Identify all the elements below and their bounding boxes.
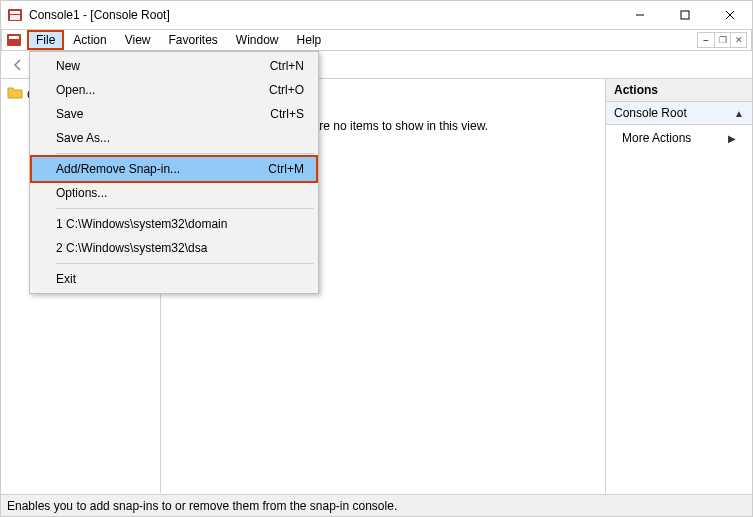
mdi-controls: ‒ ❐ ✕ bbox=[697, 32, 747, 48]
submenu-arrow-icon: ▶ bbox=[728, 133, 736, 144]
file-menu-new[interactable]: New Ctrl+N bbox=[32, 54, 316, 78]
status-bar: Enables you to add snap-ins to or remove… bbox=[1, 494, 752, 516]
actions-node-label: Console Root bbox=[614, 106, 687, 120]
menu-label: Open... bbox=[56, 83, 95, 97]
menu-shortcut: Ctrl+N bbox=[270, 59, 304, 73]
menu-separator bbox=[56, 263, 314, 264]
file-menu-add-remove-snapin[interactable]: Add/Remove Snap-in... Ctrl+M bbox=[32, 157, 316, 181]
menu-label: Save As... bbox=[56, 131, 110, 145]
menu-separator bbox=[56, 153, 314, 154]
svg-rect-7 bbox=[7, 34, 21, 46]
back-button[interactable] bbox=[7, 54, 29, 76]
svg-rect-2 bbox=[10, 15, 20, 20]
file-menu-open[interactable]: Open... Ctrl+O bbox=[32, 78, 316, 102]
file-menu-recent-2[interactable]: 2 C:\Windows\system32\dsa bbox=[32, 236, 316, 260]
file-menu-dropdown: New Ctrl+N Open... Ctrl+O Save Ctrl+S Sa… bbox=[29, 51, 319, 294]
status-text: Enables you to add snap-ins to or remove… bbox=[7, 499, 397, 513]
menu-shortcut: Ctrl+S bbox=[270, 107, 304, 121]
collapse-up-icon: ▲ bbox=[734, 108, 744, 119]
actions-header: Actions bbox=[606, 79, 752, 102]
actions-node-row[interactable]: Console Root ▲ bbox=[606, 102, 752, 125]
actions-more-row[interactable]: More Actions ▶ bbox=[606, 125, 752, 151]
menu-label: Save bbox=[56, 107, 83, 121]
window-controls bbox=[617, 1, 752, 29]
mdi-minimize-button[interactable]: ‒ bbox=[698, 33, 714, 47]
menu-shortcut: Ctrl+O bbox=[269, 83, 304, 97]
file-menu-save[interactable]: Save Ctrl+S bbox=[32, 102, 316, 126]
file-menu-save-as[interactable]: Save As... bbox=[32, 126, 316, 150]
menu-label: New bbox=[56, 59, 80, 73]
maximize-button[interactable] bbox=[662, 1, 707, 29]
actions-more-label: More Actions bbox=[622, 131, 691, 145]
folder-icon bbox=[7, 85, 23, 104]
mmc-doc-icon bbox=[6, 32, 22, 48]
menu-shortcut: Ctrl+M bbox=[268, 162, 304, 176]
svg-rect-8 bbox=[9, 36, 19, 39]
menu-favorites[interactable]: Favorites bbox=[161, 31, 226, 49]
file-menu-exit[interactable]: Exit bbox=[32, 267, 316, 291]
menu-label: Options... bbox=[56, 186, 107, 200]
menu-action[interactable]: Action bbox=[65, 31, 114, 49]
minimize-button[interactable] bbox=[617, 1, 662, 29]
title-bar-left: Console1 - [Console Root] bbox=[1, 7, 170, 23]
file-menu-options[interactable]: Options... bbox=[32, 181, 316, 205]
close-button[interactable] bbox=[707, 1, 752, 29]
title-bar: Console1 - [Console Root] bbox=[1, 1, 752, 29]
mdi-restore-button[interactable]: ❐ bbox=[714, 33, 730, 47]
actions-pane: Actions Console Root ▲ More Actions ▶ bbox=[606, 79, 752, 493]
file-menu-recent-1[interactable]: 1 C:\Windows\system32\domain bbox=[32, 212, 316, 236]
menu-label: 2 C:\Windows\system32\dsa bbox=[56, 241, 207, 255]
menu-label: Exit bbox=[56, 272, 76, 286]
window-title: Console1 - [Console Root] bbox=[29, 8, 170, 22]
menu-window[interactable]: Window bbox=[228, 31, 287, 49]
menu-label: Add/Remove Snap-in... bbox=[56, 162, 180, 176]
menu-file[interactable]: File bbox=[28, 31, 63, 49]
menu-help[interactable]: Help bbox=[289, 31, 330, 49]
menu-separator bbox=[56, 208, 314, 209]
mmc-app-icon bbox=[7, 7, 23, 23]
svg-rect-4 bbox=[681, 11, 689, 19]
svg-rect-1 bbox=[10, 11, 20, 14]
menu-bar: File Action View Favorites Window Help ‒… bbox=[1, 29, 752, 51]
mdi-close-button[interactable]: ✕ bbox=[730, 33, 746, 47]
menu-view[interactable]: View bbox=[117, 31, 159, 49]
menu-label: 1 C:\Windows\system32\domain bbox=[56, 217, 227, 231]
